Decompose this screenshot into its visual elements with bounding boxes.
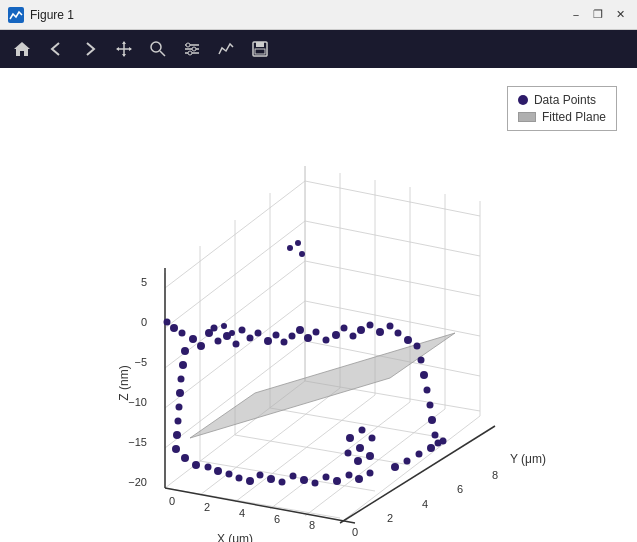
edit-icon	[217, 40, 235, 58]
svg-point-125	[427, 444, 435, 452]
svg-point-66	[247, 335, 254, 342]
pan-button[interactable]	[110, 35, 138, 63]
configure-button[interactable]	[178, 35, 206, 63]
z-tick-neg10: −10	[128, 396, 147, 408]
save-icon	[251, 40, 269, 58]
svg-point-70	[281, 339, 288, 346]
svg-point-80	[367, 322, 374, 329]
svg-point-135	[359, 427, 366, 434]
svg-point-108	[323, 474, 330, 481]
svg-point-76	[332, 331, 340, 339]
svg-marker-5	[122, 54, 126, 57]
svg-point-106	[300, 476, 308, 484]
y-tick-2: 2	[387, 512, 393, 524]
svg-point-103	[267, 475, 275, 483]
svg-point-105	[290, 473, 297, 480]
svg-point-8	[151, 42, 161, 52]
svg-point-78	[350, 333, 357, 340]
svg-point-92	[175, 418, 182, 425]
svg-point-100	[236, 475, 243, 482]
svg-point-65	[239, 327, 246, 334]
pan-icon	[115, 40, 133, 58]
svg-point-134	[345, 450, 352, 457]
zoom-button[interactable]	[144, 35, 172, 63]
forward-button[interactable]	[76, 35, 104, 63]
plot-svg: 5 0 −5 −10 −15 −20 Z (nm) 0 2 4 6 8 X (μ…	[0, 68, 637, 542]
svg-point-86	[164, 319, 171, 326]
svg-point-79	[357, 326, 365, 334]
svg-point-113	[404, 336, 412, 344]
z-tick-0: 0	[141, 316, 147, 328]
maximize-button[interactable]: ❐	[589, 6, 607, 24]
window-title: Figure 1	[30, 8, 74, 22]
title-bar-left: Figure 1	[8, 7, 74, 23]
svg-point-73	[304, 334, 312, 342]
svg-point-112	[367, 470, 374, 477]
svg-point-69	[273, 332, 280, 339]
minimize-button[interactable]: −	[567, 6, 585, 24]
svg-point-67	[255, 330, 262, 337]
svg-point-136	[369, 435, 376, 442]
x-axis-label: X (μm)	[217, 532, 253, 542]
svg-point-93	[173, 431, 181, 439]
zoom-icon	[149, 40, 167, 58]
save-button[interactable]	[246, 35, 274, 63]
edit-button[interactable]	[212, 35, 240, 63]
legend-label-fittedplane: Fitted Plane	[542, 110, 606, 124]
svg-point-104	[279, 479, 286, 486]
svg-marker-6	[116, 47, 119, 51]
svg-rect-17	[256, 42, 264, 47]
x-tick-4: 4	[239, 507, 245, 519]
svg-point-109	[333, 477, 341, 485]
svg-point-102	[257, 472, 264, 479]
x-tick-6: 6	[274, 513, 280, 525]
svg-point-62	[211, 325, 218, 332]
svg-point-64	[229, 330, 235, 336]
svg-point-85	[170, 324, 178, 332]
svg-point-123	[404, 458, 411, 465]
title-bar: Figure 1 − ❐ ✕	[0, 0, 637, 30]
x-tick-2: 2	[204, 501, 210, 513]
z-tick-neg20: −20	[128, 476, 147, 488]
legend-rect-fittedplane	[518, 112, 536, 122]
legend-item-fittedplane: Fitted Plane	[518, 110, 606, 124]
svg-point-130	[346, 434, 354, 442]
svg-point-61	[233, 341, 240, 348]
svg-line-9	[160, 51, 165, 56]
svg-point-15	[188, 51, 192, 55]
back-button[interactable]	[42, 35, 70, 63]
home-icon	[13, 40, 31, 58]
y-tick-4: 4	[422, 498, 428, 510]
svg-point-97	[205, 464, 212, 471]
svg-point-95	[181, 454, 189, 462]
svg-point-75	[323, 337, 330, 344]
svg-point-132	[366, 452, 374, 460]
svg-point-115	[418, 357, 425, 364]
svg-point-119	[428, 416, 436, 424]
svg-point-99	[226, 471, 233, 478]
svg-point-59	[215, 338, 222, 345]
z-tick-5: 5	[141, 276, 147, 288]
svg-point-127	[287, 245, 293, 251]
svg-point-131	[356, 444, 364, 452]
svg-point-63	[221, 323, 227, 329]
svg-point-94	[172, 445, 180, 453]
svg-point-116	[420, 371, 428, 379]
svg-point-124	[416, 451, 423, 458]
z-axis-label: Z (nm)	[117, 365, 131, 400]
svg-point-114	[414, 343, 421, 350]
home-button[interactable]	[8, 35, 36, 63]
svg-point-72	[296, 326, 304, 334]
svg-point-101	[246, 477, 254, 485]
svg-point-81	[376, 328, 384, 336]
y-axis-label: Y (μm)	[510, 452, 546, 466]
svg-point-89	[178, 376, 185, 383]
svg-rect-19	[0, 68, 637, 542]
svg-point-120	[432, 432, 439, 439]
app-icon	[8, 7, 24, 23]
back-icon	[47, 40, 65, 58]
close-button[interactable]: ✕	[611, 6, 629, 24]
z-tick-neg15: −15	[128, 436, 147, 448]
legend-label-datapoints: Data Points	[534, 93, 596, 107]
legend-item-datapoints: Data Points	[518, 93, 606, 107]
